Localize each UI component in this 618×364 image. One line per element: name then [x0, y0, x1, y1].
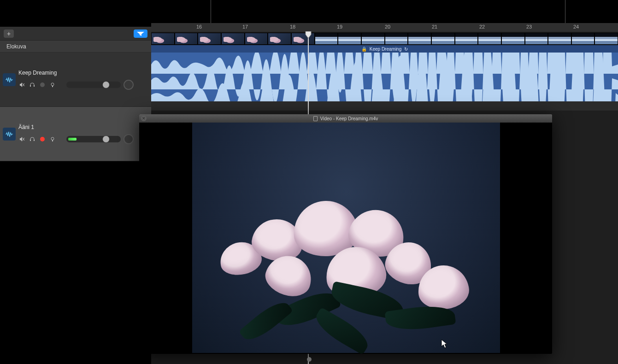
input-monitor-icon[interactable]	[49, 135, 56, 143]
video-frame	[192, 123, 500, 353]
video-thumb	[478, 33, 501, 45]
add-track-button[interactable]: +	[4, 29, 14, 38]
audio-track-lane[interactable]: 🔒 Keep Dreaming ↻	[151, 45, 618, 101]
audio-track-icon	[3, 73, 16, 86]
track-row-aani1[interactable]: Ääni 1	[0, 107, 151, 161]
ruler-tick: 17	[242, 24, 248, 29]
video-thumb	[431, 33, 455, 45]
horizontal-scrollbar[interactable]	[151, 356, 618, 363]
track-filter-button[interactable]	[134, 29, 147, 38]
ruler-tick: 16	[196, 24, 202, 29]
pan-knob[interactable]	[124, 134, 134, 144]
video-thumb	[245, 33, 268, 45]
svg-rect-9	[34, 140, 35, 141]
video-preview-window[interactable]: ✕ Video - Keep Dreaming.m4v	[139, 114, 552, 354]
video-thumb	[198, 33, 221, 45]
close-icon[interactable]: ✕	[141, 116, 147, 121]
record-enable-icon[interactable]	[39, 135, 46, 143]
video-thumbnail-row	[151, 32, 618, 45]
input-monitor-icon[interactable]	[49, 81, 56, 88]
region-name: Keep Dreaming	[370, 47, 401, 52]
top-bar	[0, 0, 618, 23]
lock-icon: 🔒	[361, 47, 367, 52]
ruler-tick: 23	[526, 24, 532, 29]
ruler-tick: 24	[573, 24, 579, 29]
svg-point-10	[51, 137, 54, 140]
mute-icon[interactable]	[18, 135, 26, 143]
ruler-tick: 21	[432, 24, 437, 29]
ruler-tick: 22	[479, 24, 485, 29]
video-thumb	[571, 33, 595, 45]
video-track-header[interactable]: Elokuva	[0, 41, 151, 53]
scrollbar-thumb[interactable]	[307, 357, 312, 362]
video-thumb	[501, 33, 525, 45]
playhead-handle-icon[interactable]	[305, 31, 312, 39]
video-thumb	[221, 33, 245, 45]
app-root: + Elokuva Keep Dreaming	[0, 0, 618, 364]
svg-rect-3	[34, 85, 35, 87]
volume-slider[interactable]	[66, 82, 121, 88]
track-toolbar: +	[0, 27, 151, 41]
track-name-label: Ääni 1	[18, 124, 146, 130]
headphones-icon[interactable]	[29, 81, 36, 88]
video-thumb	[455, 33, 478, 45]
track-row-keep-dreaming[interactable]: Keep Dreaming	[0, 53, 151, 107]
track-icon-cell	[0, 53, 18, 106]
video-window-title: Video - Keep Dreaming.m4v	[320, 116, 378, 121]
document-icon	[313, 116, 318, 121]
svg-rect-11	[52, 140, 53, 141]
svg-rect-5	[52, 86, 53, 87]
record-enable-icon[interactable]	[39, 81, 46, 88]
track-name-label: Keep Dreaming	[18, 70, 146, 76]
ruler-tick: 19	[337, 24, 342, 29]
video-thumb	[408, 33, 431, 45]
loop-icon: ↻	[404, 47, 408, 52]
bar-ruler[interactable]: 16 17 18 19 20 21 22 23 24	[151, 23, 618, 32]
video-thumb	[268, 33, 291, 45]
region-label-bar: 🔒 Keep Dreaming ↻	[151, 45, 618, 53]
ruler-tick: 18	[290, 24, 295, 29]
video-thumb	[315, 33, 338, 45]
audio-region-keep-dreaming[interactable]: 🔒 Keep Dreaming ↻	[151, 45, 618, 101]
video-thumb	[594, 33, 618, 45]
track-icon-cell	[0, 107, 18, 161]
mute-icon[interactable]	[18, 81, 26, 88]
video-track-label: Elokuva	[6, 43, 26, 50]
video-thumb	[385, 33, 408, 45]
mouse-cursor-icon	[441, 339, 447, 348]
svg-point-4	[51, 83, 54, 86]
video-window-titlebar[interactable]: ✕ Video - Keep Dreaming.m4v	[139, 114, 552, 123]
headphones-icon[interactable]	[29, 135, 36, 143]
ruler-tick: 20	[385, 24, 390, 29]
video-thumb	[361, 33, 385, 45]
svg-rect-2	[30, 85, 31, 87]
video-thumb	[525, 33, 548, 45]
pan-knob[interactable]	[124, 80, 134, 90]
audio-track-icon	[3, 128, 16, 141]
track-header-panel: + Elokuva Keep Dreaming	[0, 27, 151, 161]
video-thumb	[175, 33, 198, 45]
waveform-icon	[151, 53, 618, 101]
video-thumb	[548, 33, 571, 45]
svg-rect-8	[30, 140, 31, 141]
video-thumb	[338, 33, 361, 45]
volume-slider[interactable]	[66, 136, 121, 142]
video-thumb	[151, 33, 175, 45]
